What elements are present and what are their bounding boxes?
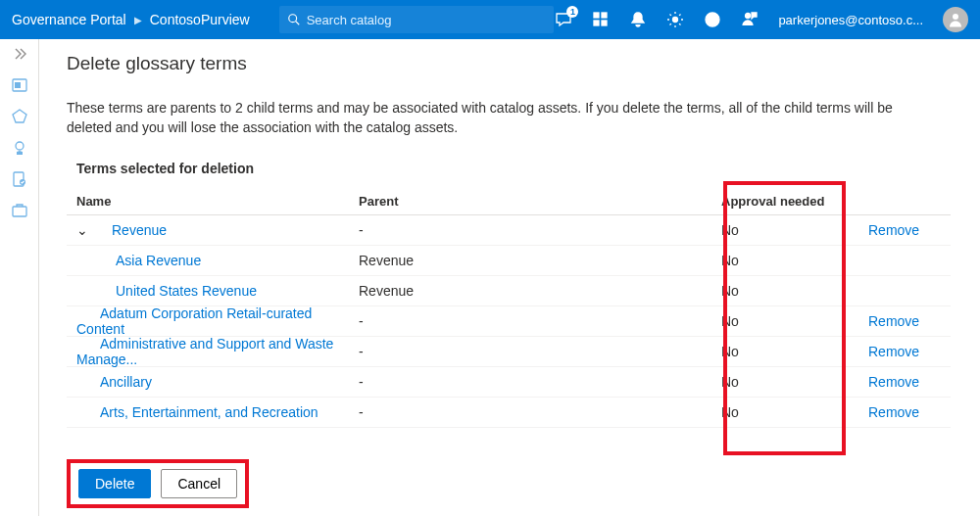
section-header: Terms selected for deletion (67, 161, 951, 176)
table-body: ⌄Revenue-NoRemoveAsia RevenueRevenueNoUn… (67, 215, 951, 428)
approval-cell: No (721, 344, 866, 359)
svg-rect-12 (15, 82, 21, 88)
parent-cell: Revenue (359, 283, 721, 299)
table-row: Ancillary-NoRemove (67, 367, 951, 398)
table-row: Adatum Corporation Retail-curated Conten… (67, 306, 951, 337)
svg-point-0 (288, 15, 296, 23)
table-row: ⌄Revenue-NoRemove (67, 215, 951, 246)
avatar[interactable] (943, 7, 968, 32)
parent-cell: - (359, 404, 721, 420)
parent-cell: - (359, 222, 721, 238)
page-title: Delete glossary terms (67, 53, 951, 74)
expand-nav-icon[interactable] (11, 45, 28, 63)
apps-icon[interactable] (592, 11, 610, 28)
svg-point-6 (673, 18, 678, 23)
search-input[interactable] (307, 13, 546, 27)
col-remove-header (866, 194, 951, 209)
term-link[interactable]: Arts, Entertainment, and Recreation (76, 404, 318, 420)
svg-point-9 (746, 14, 751, 19)
term-link[interactable]: Asia Revenue (76, 253, 201, 268)
remove-link[interactable]: Remove (866, 313, 919, 329)
col-approval-header[interactable]: Approval needed (721, 194, 866, 209)
nav-policy-icon[interactable] (11, 170, 28, 188)
approval-cell: No (721, 283, 866, 299)
col-name-header[interactable]: Name (67, 194, 359, 209)
table-row: Asia RevenueRevenueNo (67, 246, 951, 276)
remove-link[interactable]: Remove (866, 374, 919, 390)
nav-management-icon[interactable] (11, 202, 28, 219)
term-link[interactable]: United States Revenue (76, 283, 257, 299)
table-row: United States RevenueRevenueNo (67, 276, 951, 306)
nav-insights-icon[interactable] (11, 139, 28, 157)
term-link[interactable]: Ancillary (76, 374, 152, 390)
svg-marker-13 (13, 110, 26, 122)
svg-rect-4 (594, 21, 599, 25)
svg-rect-5 (602, 21, 607, 25)
term-link[interactable]: Adatum Corporation Retail-curated Conten… (76, 305, 312, 337)
svg-rect-3 (602, 13, 607, 18)
approval-cell: No (721, 253, 866, 268)
notification-badge: 1 (566, 6, 578, 18)
approval-cell: No (721, 374, 866, 390)
col-parent-header[interactable]: Parent (359, 194, 721, 209)
portal-title[interactable]: Governance Portal (12, 12, 126, 27)
svg-line-1 (295, 22, 299, 25)
person-feedback-icon[interactable] (741, 11, 759, 28)
delete-button[interactable]: Delete (78, 469, 151, 498)
svg-point-8 (712, 23, 713, 24)
top-nav: Governance Portal ▶ ContosoPurview 1 par… (0, 0, 980, 39)
bell-icon[interactable] (629, 11, 647, 28)
footer-actions-highlight: Delete Cancel (67, 459, 249, 508)
term-link[interactable]: Revenue (88, 222, 167, 238)
help-icon[interactable] (704, 11, 721, 28)
search-icon (287, 13, 301, 26)
parent-cell: Revenue (359, 253, 721, 268)
remove-link[interactable]: Remove (866, 344, 919, 359)
nav-map-icon[interactable] (11, 108, 28, 125)
gear-icon[interactable] (666, 11, 684, 28)
warning-text: These terms are parents to 2 child terms… (67, 98, 929, 137)
left-nav (0, 39, 39, 516)
svg-point-10 (953, 14, 958, 20)
parent-cell: - (359, 374, 721, 390)
table-header: Name Parent Approval needed (67, 188, 951, 215)
nav-sources-icon[interactable] (11, 76, 28, 94)
approval-cell: No (721, 404, 866, 420)
approval-cell: No (721, 313, 866, 329)
terms-table: Name Parent Approval needed ⌄Revenue-NoR… (67, 188, 951, 428)
parent-cell: - (359, 313, 721, 329)
user-email[interactable]: parkerjones@contoso.c... (778, 13, 923, 27)
remove-link[interactable]: Remove (866, 222, 919, 238)
feedback-icon[interactable]: 1 (555, 11, 572, 28)
search-box[interactable] (279, 6, 554, 33)
remove-link[interactable]: Remove (866, 404, 919, 420)
cancel-button[interactable]: Cancel (161, 469, 237, 498)
approval-cell: No (721, 222, 866, 238)
table-row: Arts, Entertainment, and Recreation-NoRe… (67, 398, 951, 428)
term-link[interactable]: Administrative and Support and Waste Man… (76, 336, 333, 367)
svg-rect-2 (594, 13, 599, 18)
table-row: Administrative and Support and Waste Man… (67, 337, 951, 367)
workspace-name[interactable]: ContosoPurview (150, 12, 250, 27)
chevron-down-icon[interactable]: ⌄ (76, 222, 88, 238)
parent-cell: - (359, 344, 721, 359)
svg-point-14 (16, 142, 24, 150)
main-content: Delete glossary terms These terms are pa… (39, 39, 980, 516)
svg-rect-17 (13, 207, 26, 216)
chevron-right-icon: ▶ (134, 15, 142, 25)
